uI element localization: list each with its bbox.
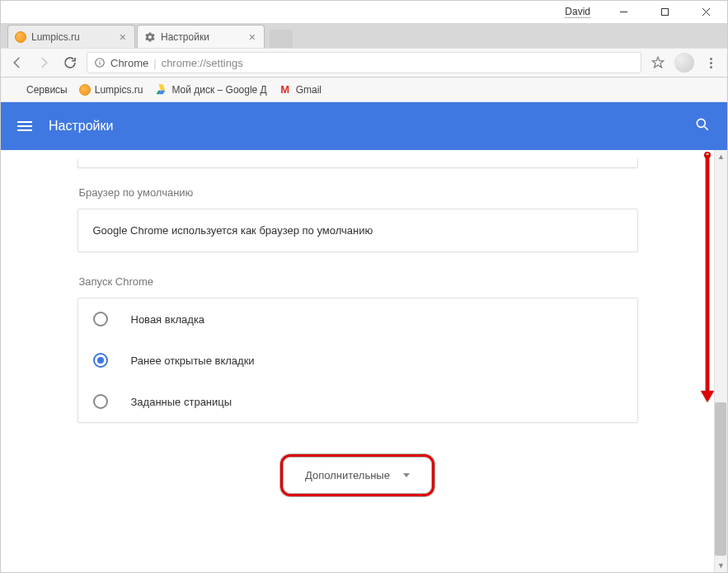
settings-search-button[interactable]	[694, 116, 711, 136]
svg-line-8	[705, 127, 708, 130]
tab-lumpics[interactable]: Lumpics.ru ×	[7, 25, 135, 48]
bookmark-label: Сервисы	[26, 84, 68, 96]
svg-point-7	[697, 119, 705, 127]
default-browser-text: Google Chrome используется как браузер п…	[78, 209, 637, 251]
new-tab-button[interactable]	[270, 30, 293, 48]
omnibox[interactable]: Chrome | chrome://settings	[87, 52, 641, 73]
window-maximize-button[interactable]	[648, 3, 681, 21]
nav-forward-button[interactable]	[34, 53, 54, 73]
scroll-up-button[interactable]: ▲	[715, 150, 727, 163]
bookmark-label: Lumpics.ru	[95, 84, 143, 96]
radio-icon	[93, 353, 108, 368]
lumpics-favicon-icon	[79, 84, 91, 96]
startup-option-specific-pages[interactable]: Заданные страницы	[78, 381, 637, 422]
bookmark-label: Gmail	[296, 84, 322, 96]
chrome-menu-button[interactable]	[701, 53, 721, 73]
nav-reload-button[interactable]	[60, 53, 80, 73]
bookmark-star-button[interactable]	[648, 53, 668, 73]
settings-menu-button[interactable]	[17, 121, 32, 131]
bookmark-drive[interactable]: Мой диск – Google Д	[154, 83, 266, 96]
section-title-default-browser: Браузер по умолчанию	[79, 186, 638, 199]
settings-content: Браузер по умолчанию Google Chrome испол…	[0, 150, 728, 573]
startup-card: Новая вкладка Ранее открытые вкладки Зад…	[77, 298, 638, 423]
settings-header: Настройки	[0, 102, 728, 150]
caret-down-icon	[403, 473, 410, 477]
startup-option-label: Новая вкладка	[131, 313, 205, 326]
radio-icon	[93, 312, 108, 326]
apps-grid-icon	[9, 83, 22, 96]
address-bar: Chrome | chrome://settings	[0, 48, 728, 77]
advanced-toggle-button[interactable]: Дополнительные	[287, 461, 428, 490]
startup-option-continue[interactable]: Ранее открытые вкладки	[78, 340, 637, 381]
tab-label: Настройки	[161, 31, 209, 43]
google-drive-icon	[154, 83, 167, 96]
startup-option-label: Ранее открытые вкладки	[131, 355, 255, 367]
vertical-scrollbar[interactable]: ▲ ▼	[714, 150, 727, 572]
startup-option-label: Заданные страницы	[131, 396, 232, 408]
info-icon	[94, 57, 106, 68]
bookmarks-bar: Сервисы Lumpics.ru Мой диск – Google Д M…	[0, 77, 728, 102]
omnibox-url: chrome://settings	[162, 57, 243, 69]
lumpics-favicon-icon	[15, 31, 26, 43]
window-titlebar: David	[0, 0, 728, 23]
scrollbar-thumb[interactable]	[715, 402, 726, 556]
section-title-startup: Запуск Chrome	[79, 275, 638, 288]
gmail-icon: M	[279, 83, 292, 96]
omnibox-origin: Chrome	[110, 57, 148, 69]
window-close-button[interactable]	[689, 3, 722, 21]
advanced-label: Дополнительные	[305, 469, 390, 481]
nav-back-button[interactable]	[7, 53, 27, 73]
tab-strip: Lumpics.ru × Настройки ×	[0, 23, 728, 48]
tab-close-icon[interactable]: ×	[247, 31, 257, 44]
window-minimize-button[interactable]	[607, 3, 640, 21]
bookmark-lumpics[interactable]: Lumpics.ru	[79, 84, 143, 96]
default-browser-card: Google Chrome используется как браузер п…	[77, 209, 638, 252]
profile-avatar[interactable]	[674, 53, 694, 73]
previous-card-bottom	[77, 158, 638, 168]
tab-settings[interactable]: Настройки ×	[137, 25, 265, 48]
radio-icon	[93, 394, 108, 409]
scroll-down-button[interactable]: ▼	[715, 559, 727, 572]
gear-favicon-icon	[144, 31, 156, 43]
tab-label: Lumpics.ru	[31, 31, 80, 43]
tab-close-icon[interactable]: ×	[118, 31, 128, 44]
bookmark-apps[interactable]: Сервисы	[9, 83, 68, 96]
svg-rect-1	[661, 9, 668, 16]
bookmark-label: Мой диск – Google Д	[171, 84, 266, 96]
bookmark-gmail[interactable]: M Gmail	[279, 83, 322, 96]
settings-title: Настройки	[49, 119, 113, 134]
window-user-label[interactable]: David	[565, 6, 590, 18]
omnibox-separator: |	[153, 57, 156, 69]
startup-option-new-tab[interactable]: Новая вкладка	[78, 298, 637, 340]
